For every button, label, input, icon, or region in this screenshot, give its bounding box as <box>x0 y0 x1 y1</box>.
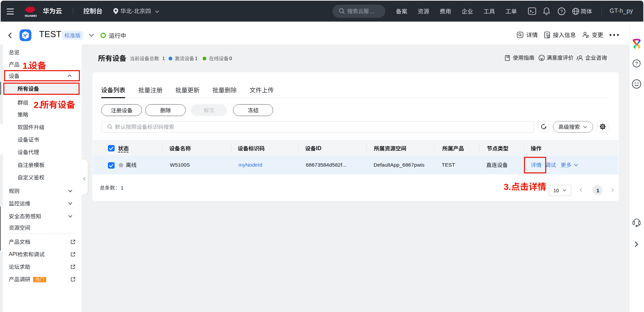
svg-text:?: ? <box>635 61 638 66</box>
svg-text:?: ? <box>560 9 563 14</box>
